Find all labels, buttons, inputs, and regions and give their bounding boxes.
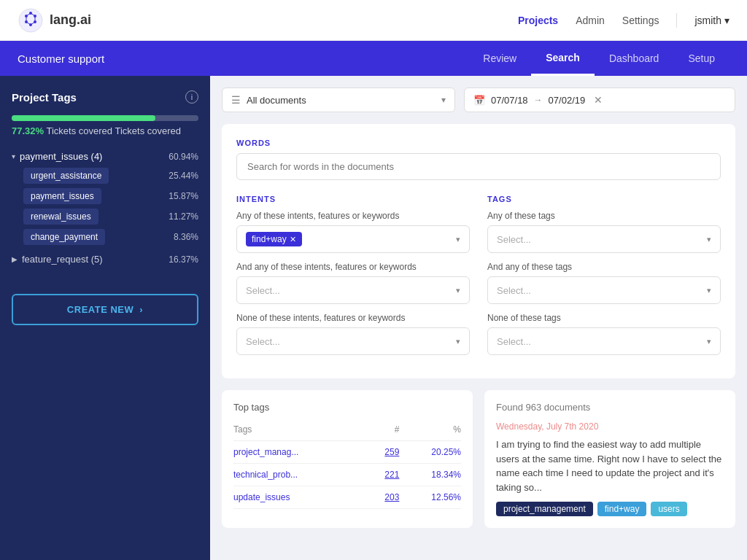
- tag-group-left: ▾ payment_issues (4): [12, 151, 102, 162]
- progress-label: Tickets covered: [46, 125, 112, 136]
- progress-bar-fill: [12, 115, 155, 121]
- logo: lang.ai: [18, 7, 91, 34]
- none-tags-label: None of these tags: [487, 313, 721, 323]
- tab-search[interactable]: Search: [531, 42, 595, 76]
- and-intents-row: And any of these intents, features or ke…: [236, 262, 470, 304]
- info-icon[interactable]: i: [185, 90, 198, 104]
- top-nav-links: Projects Admin Settings jsmith ▾: [518, 13, 729, 28]
- tag-item: renewal_issues 11.27%: [23, 209, 198, 225]
- table-row: project_manag... 259 20.25%: [233, 441, 461, 464]
- main-content: ☰ All documents ▾ 📅 07/07/18 → 07/02/19 …: [210, 76, 747, 560]
- progress-pct: 77.32%: [12, 125, 44, 136]
- doc-date: Wednesday, July 7th 2020: [496, 421, 724, 432]
- tag-badge-renewal[interactable]: renewal_issues: [23, 209, 98, 225]
- doc-tags: project_management find+way users: [496, 502, 724, 516]
- col-tags: Tags: [233, 421, 369, 441]
- chevron-down-icon: ▾: [707, 337, 711, 346]
- chevron-down-icon: ▾: [456, 337, 460, 346]
- words-input[interactable]: [236, 153, 721, 180]
- tag-pct: 25.44%: [169, 171, 198, 181]
- tag-badge-payment[interactable]: payment_issues: [23, 188, 101, 204]
- tab-review[interactable]: Review: [468, 42, 531, 74]
- and-intents-label: And any of these intents, features or ke…: [236, 262, 470, 272]
- main-layout: Project Tags i 77.32% Tickets covered Ti…: [0, 76, 747, 560]
- any-intents-dropdown[interactable]: find+way ✕ ▾: [236, 225, 470, 253]
- any-tags-dropdown[interactable]: Select... ▾: [487, 225, 721, 253]
- none-intents-placeholder: Select...: [246, 336, 280, 347]
- tag-group-payment-header[interactable]: ▾ payment_issues (4) 60.94%: [12, 151, 198, 162]
- none-tags-dropdown[interactable]: Select... ▾: [487, 327, 721, 355]
- nav-projects[interactable]: Projects: [518, 15, 558, 26]
- intents-group: INTENTS Any of these intents, features o…: [236, 195, 470, 364]
- and-intents-dropdown[interactable]: Select... ▾: [236, 276, 470, 304]
- tag-group-pct: 16.37%: [169, 254, 198, 265]
- doc-text: I am trying to find the easiest way to a…: [496, 438, 724, 494]
- tag-pct-3: 12.56%: [431, 492, 461, 502]
- sub-nav: Customer support Review Search Dashboard…: [0, 41, 747, 76]
- any-intents-row: Any of these intents, features or keywor…: [236, 211, 470, 253]
- and-tags-label: And any of these tags: [487, 262, 721, 272]
- date-filter[interactable]: 📅 07/07/18 → 07/02/19 ✕: [464, 88, 735, 112]
- any-tags-content: Select...: [497, 234, 707, 245]
- top-tags-panel: Top tags Tags # % project_manag... 259: [222, 390, 473, 528]
- any-intents-content: find+way ✕: [246, 232, 456, 246]
- date-clear-button[interactable]: ✕: [594, 94, 603, 106]
- tag-name-2[interactable]: technical_prob...: [233, 470, 298, 480]
- none-intents-dropdown[interactable]: Select... ▾: [236, 327, 470, 355]
- and-tags-dropdown[interactable]: Select... ▾: [487, 276, 721, 304]
- words-label: WORDS: [236, 139, 721, 147]
- col-pct: %: [399, 421, 461, 441]
- chevron-right-icon: ▶: [12, 255, 18, 263]
- tag-count-3: 203: [384, 492, 399, 502]
- docs-found: Found 963 documents: [496, 402, 724, 413]
- tag-pct-2: 18.34%: [431, 470, 461, 480]
- col-count: #: [369, 421, 400, 441]
- chevron-down-icon: ▾: [441, 95, 446, 105]
- date-to: 07/02/19: [549, 95, 586, 106]
- document-filter[interactable]: ☰ All documents ▾: [222, 88, 455, 112]
- tag-count-2: 221: [384, 470, 399, 480]
- tag-item: payment_issues 15.87%: [23, 188, 198, 204]
- create-new-button[interactable]: CREATE NEW ›: [12, 294, 198, 325]
- nav-settings[interactable]: Settings: [622, 15, 659, 26]
- chevron-down-icon: ▾: [12, 152, 15, 160]
- tab-dashboard[interactable]: Dashboard: [595, 42, 674, 74]
- tag-group-feature-header[interactable]: ▶ feature_request (5) 16.37%: [12, 254, 198, 265]
- tag-badge-change[interactable]: change_payment: [23, 229, 105, 245]
- tag-badge-urgent[interactable]: urgent_assistance: [23, 168, 109, 184]
- logo-text: lang.ai: [50, 12, 91, 28]
- tags-group: TAGS Any of these tags Select... ▾: [487, 195, 721, 364]
- sidebar-header: Project Tags i: [12, 90, 198, 104]
- doc-tag-findway[interactable]: find+way: [597, 502, 647, 516]
- tag-name-1[interactable]: project_manag...: [233, 447, 298, 457]
- create-new-label: CREATE NEW: [67, 304, 133, 315]
- tag-pct: 15.87%: [169, 191, 198, 201]
- none-intents-label: None of these intents, features or keywo…: [236, 313, 470, 323]
- tag-name-3[interactable]: update_issues: [233, 492, 290, 502]
- top-nav: lang.ai Projects Admin Settings jsmith ▾: [0, 0, 747, 41]
- none-tags-placeholder: Select...: [497, 336, 531, 347]
- intent-tag-remove[interactable]: ✕: [290, 235, 296, 244]
- user-menu[interactable]: jsmith ▾: [694, 15, 729, 26]
- tag-pct-1: 20.25%: [431, 447, 461, 457]
- tag-group-left: ▶ feature_request (5): [12, 254, 103, 265]
- any-intents-label: Any of these intents, features or keywor…: [236, 211, 470, 221]
- and-tags-row: And any of these tags Select... ▾: [487, 262, 721, 304]
- and-intents-content: Select...: [246, 285, 456, 296]
- tag-item: urgent_assistance 25.44%: [23, 168, 198, 184]
- progress-text: 77.32% Tickets covered Tickets covered: [12, 125, 198, 136]
- table-row: technical_prob... 221 18.34%: [233, 464, 461, 486]
- bottom-panels: Top tags Tags # % project_manag... 259: [222, 390, 735, 528]
- tag-count-1: 259: [384, 447, 399, 457]
- top-tags-title: Top tags: [233, 402, 461, 413]
- document-filter-text: All documents: [247, 95, 436, 106]
- doc-tag-pm[interactable]: project_management: [496, 502, 593, 516]
- chevron-down-icon: ▾: [724, 15, 729, 26]
- doc-tag-users[interactable]: users: [651, 502, 686, 516]
- intents-label: INTENTS: [236, 195, 470, 203]
- tags-table: Tags # % project_manag... 259 20.25% tec…: [233, 421, 461, 509]
- tab-setup[interactable]: Setup: [673, 42, 729, 74]
- and-intents-placeholder: Select...: [246, 285, 280, 296]
- date-from: 07/07/18: [491, 95, 528, 106]
- nav-admin[interactable]: Admin: [576, 15, 605, 26]
